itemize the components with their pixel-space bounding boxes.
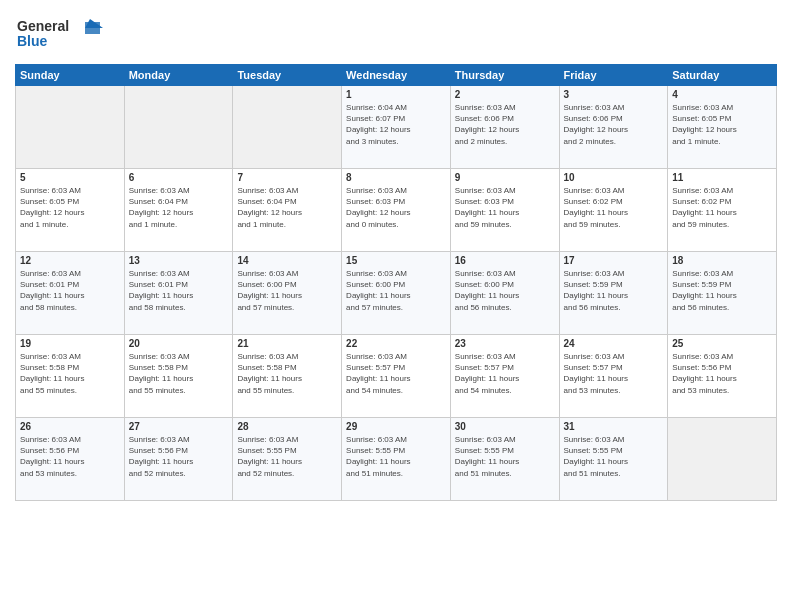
day-cell: 25Sunrise: 6:03 AM Sunset: 5:56 PM Dayli… — [668, 335, 777, 418]
day-cell: 2Sunrise: 6:03 AM Sunset: 6:06 PM Daylig… — [450, 86, 559, 169]
day-info: Sunrise: 6:03 AM Sunset: 5:59 PM Dayligh… — [672, 268, 772, 313]
weekday-header-saturday: Saturday — [668, 65, 777, 86]
day-cell: 9Sunrise: 6:03 AM Sunset: 6:03 PM Daylig… — [450, 169, 559, 252]
day-info: Sunrise: 6:03 AM Sunset: 5:58 PM Dayligh… — [20, 351, 120, 396]
day-number: 9 — [455, 172, 555, 183]
day-cell: 22Sunrise: 6:03 AM Sunset: 5:57 PM Dayli… — [342, 335, 451, 418]
day-number: 31 — [564, 421, 664, 432]
logo-content: General Blue — [15, 14, 105, 56]
day-number: 20 — [129, 338, 229, 349]
day-cell: 27Sunrise: 6:03 AM Sunset: 5:56 PM Dayli… — [124, 418, 233, 501]
day-number: 3 — [564, 89, 664, 100]
day-number: 21 — [237, 338, 337, 349]
day-cell: 17Sunrise: 6:03 AM Sunset: 5:59 PM Dayli… — [559, 252, 668, 335]
day-cell: 15Sunrise: 6:03 AM Sunset: 6:00 PM Dayli… — [342, 252, 451, 335]
day-info: Sunrise: 6:03 AM Sunset: 5:58 PM Dayligh… — [237, 351, 337, 396]
svg-text:General: General — [17, 18, 69, 34]
day-number: 1 — [346, 89, 446, 100]
weekday-header-monday: Monday — [124, 65, 233, 86]
day-number: 11 — [672, 172, 772, 183]
day-cell: 29Sunrise: 6:03 AM Sunset: 5:55 PM Dayli… — [342, 418, 451, 501]
day-info: Sunrise: 6:03 AM Sunset: 6:06 PM Dayligh… — [564, 102, 664, 147]
day-info: Sunrise: 6:03 AM Sunset: 6:06 PM Dayligh… — [455, 102, 555, 147]
week-row-1: 1Sunrise: 6:04 AM Sunset: 6:07 PM Daylig… — [16, 86, 777, 169]
day-info: Sunrise: 6:03 AM Sunset: 5:59 PM Dayligh… — [564, 268, 664, 313]
logo: General Blue — [15, 14, 105, 56]
day-number: 27 — [129, 421, 229, 432]
day-info: Sunrise: 6:04 AM Sunset: 6:07 PM Dayligh… — [346, 102, 446, 147]
day-cell: 23Sunrise: 6:03 AM Sunset: 5:57 PM Dayli… — [450, 335, 559, 418]
day-info: Sunrise: 6:03 AM Sunset: 6:00 PM Dayligh… — [455, 268, 555, 313]
day-number: 29 — [346, 421, 446, 432]
week-row-3: 12Sunrise: 6:03 AM Sunset: 6:01 PM Dayli… — [16, 252, 777, 335]
day-number: 28 — [237, 421, 337, 432]
day-number: 25 — [672, 338, 772, 349]
day-number: 17 — [564, 255, 664, 266]
weekday-header-thursday: Thursday — [450, 65, 559, 86]
week-row-5: 26Sunrise: 6:03 AM Sunset: 5:56 PM Dayli… — [16, 418, 777, 501]
day-number: 15 — [346, 255, 446, 266]
weekday-header-wednesday: Wednesday — [342, 65, 451, 86]
day-info: Sunrise: 6:03 AM Sunset: 6:05 PM Dayligh… — [20, 185, 120, 230]
day-number: 6 — [129, 172, 229, 183]
day-info: Sunrise: 6:03 AM Sunset: 5:55 PM Dayligh… — [346, 434, 446, 479]
day-cell: 13Sunrise: 6:03 AM Sunset: 6:01 PM Dayli… — [124, 252, 233, 335]
day-info: Sunrise: 6:03 AM Sunset: 5:57 PM Dayligh… — [455, 351, 555, 396]
day-cell — [16, 86, 125, 169]
day-cell: 31Sunrise: 6:03 AM Sunset: 5:55 PM Dayli… — [559, 418, 668, 501]
weekday-header-friday: Friday — [559, 65, 668, 86]
day-info: Sunrise: 6:03 AM Sunset: 6:00 PM Dayligh… — [237, 268, 337, 313]
day-info: Sunrise: 6:03 AM Sunset: 5:56 PM Dayligh… — [20, 434, 120, 479]
day-cell: 5Sunrise: 6:03 AM Sunset: 6:05 PM Daylig… — [16, 169, 125, 252]
calendar-table: SundayMondayTuesdayWednesdayThursdayFrid… — [15, 64, 777, 501]
day-cell: 10Sunrise: 6:03 AM Sunset: 6:02 PM Dayli… — [559, 169, 668, 252]
day-info: Sunrise: 6:03 AM Sunset: 5:55 PM Dayligh… — [237, 434, 337, 479]
day-cell: 30Sunrise: 6:03 AM Sunset: 5:55 PM Dayli… — [450, 418, 559, 501]
day-number: 22 — [346, 338, 446, 349]
day-info: Sunrise: 6:03 AM Sunset: 5:55 PM Dayligh… — [455, 434, 555, 479]
day-number: 18 — [672, 255, 772, 266]
day-info: Sunrise: 6:03 AM Sunset: 5:58 PM Dayligh… — [129, 351, 229, 396]
day-number: 30 — [455, 421, 555, 432]
svg-marker-3 — [85, 19, 103, 28]
day-number: 7 — [237, 172, 337, 183]
day-info: Sunrise: 6:03 AM Sunset: 6:01 PM Dayligh… — [129, 268, 229, 313]
day-cell: 21Sunrise: 6:03 AM Sunset: 5:58 PM Dayli… — [233, 335, 342, 418]
day-number: 5 — [20, 172, 120, 183]
day-cell: 26Sunrise: 6:03 AM Sunset: 5:56 PM Dayli… — [16, 418, 125, 501]
day-cell: 1Sunrise: 6:04 AM Sunset: 6:07 PM Daylig… — [342, 86, 451, 169]
day-number: 8 — [346, 172, 446, 183]
weekday-header-row: SundayMondayTuesdayWednesdayThursdayFrid… — [16, 65, 777, 86]
week-row-4: 19Sunrise: 6:03 AM Sunset: 5:58 PM Dayli… — [16, 335, 777, 418]
day-info: Sunrise: 6:03 AM Sunset: 6:04 PM Dayligh… — [237, 185, 337, 230]
day-number: 26 — [20, 421, 120, 432]
day-cell: 18Sunrise: 6:03 AM Sunset: 5:59 PM Dayli… — [668, 252, 777, 335]
day-info: Sunrise: 6:03 AM Sunset: 6:03 PM Dayligh… — [455, 185, 555, 230]
day-cell: 3Sunrise: 6:03 AM Sunset: 6:06 PM Daylig… — [559, 86, 668, 169]
day-info: Sunrise: 6:03 AM Sunset: 5:55 PM Dayligh… — [564, 434, 664, 479]
day-number: 2 — [455, 89, 555, 100]
day-number: 14 — [237, 255, 337, 266]
day-number: 24 — [564, 338, 664, 349]
day-info: Sunrise: 6:03 AM Sunset: 6:02 PM Dayligh… — [564, 185, 664, 230]
day-cell: 6Sunrise: 6:03 AM Sunset: 6:04 PM Daylig… — [124, 169, 233, 252]
day-number: 19 — [20, 338, 120, 349]
svg-text:Blue: Blue — [17, 33, 48, 49]
day-info: Sunrise: 6:03 AM Sunset: 6:03 PM Dayligh… — [346, 185, 446, 230]
day-info: Sunrise: 6:03 AM Sunset: 6:00 PM Dayligh… — [346, 268, 446, 313]
day-info: Sunrise: 6:03 AM Sunset: 5:57 PM Dayligh… — [346, 351, 446, 396]
day-cell: 20Sunrise: 6:03 AM Sunset: 5:58 PM Dayli… — [124, 335, 233, 418]
day-number: 16 — [455, 255, 555, 266]
day-cell — [668, 418, 777, 501]
week-row-2: 5Sunrise: 6:03 AM Sunset: 6:05 PM Daylig… — [16, 169, 777, 252]
header: General Blue — [15, 10, 777, 56]
day-cell: 7Sunrise: 6:03 AM Sunset: 6:04 PM Daylig… — [233, 169, 342, 252]
day-info: Sunrise: 6:03 AM Sunset: 5:57 PM Dayligh… — [564, 351, 664, 396]
day-number: 10 — [564, 172, 664, 183]
day-cell: 12Sunrise: 6:03 AM Sunset: 6:01 PM Dayli… — [16, 252, 125, 335]
day-info: Sunrise: 6:03 AM Sunset: 6:02 PM Dayligh… — [672, 185, 772, 230]
day-info: Sunrise: 6:03 AM Sunset: 6:04 PM Dayligh… — [129, 185, 229, 230]
day-cell: 24Sunrise: 6:03 AM Sunset: 5:57 PM Dayli… — [559, 335, 668, 418]
day-info: Sunrise: 6:03 AM Sunset: 5:56 PM Dayligh… — [129, 434, 229, 479]
day-cell: 28Sunrise: 6:03 AM Sunset: 5:55 PM Dayli… — [233, 418, 342, 501]
